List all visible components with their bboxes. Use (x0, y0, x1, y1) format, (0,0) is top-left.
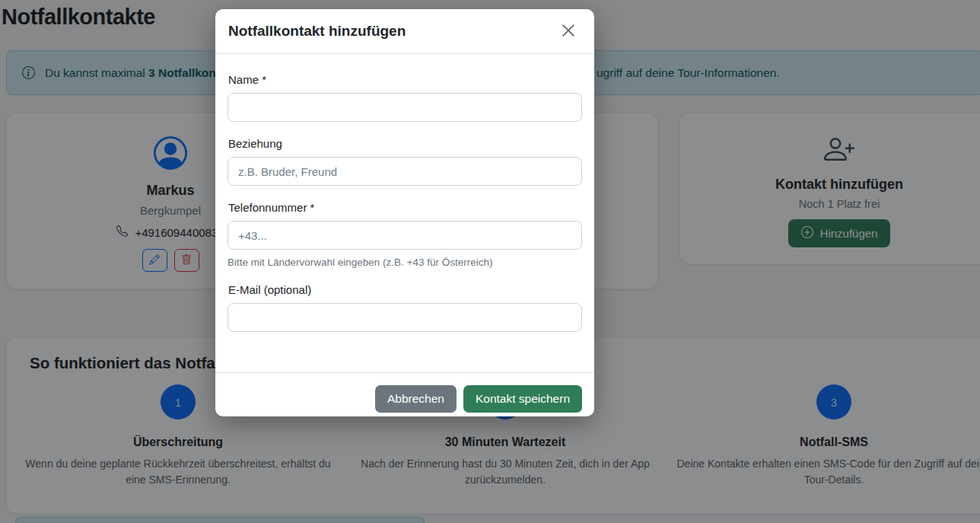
close-icon (561, 23, 576, 40)
email-input[interactable] (228, 303, 582, 332)
add-contact-modal: Notfallkontakt hinzufügen Name * Beziehu… (215, 9, 594, 416)
phone-helper-text: Bitte mit Ländervorwahl eingeben (z.B. +… (228, 257, 582, 268)
email-field-group: E-Mail (optional) (228, 283, 582, 332)
save-contact-button[interactable]: Kontakt speichern (463, 385, 582, 413)
relation-field-label: Beziehung (228, 137, 582, 150)
modal-title: Notfallkontakt hinzufügen (228, 23, 406, 40)
phone-field-group: Telefonnummer * Bitte mit Ländervorwahl … (228, 201, 582, 268)
modal-footer: Abbrechen Kontakt speichern (215, 372, 594, 416)
relation-field-group: Beziehung (228, 137, 582, 186)
email-field-label: E-Mail (optional) (228, 283, 582, 296)
page: Notfallkontakte Du kannst maximal 3 Notf… (0, 0, 980, 523)
phone-field-label: Telefonnummer * (228, 201, 582, 214)
phone-input[interactable] (228, 221, 582, 250)
relation-input[interactable] (228, 157, 582, 186)
modal-close-button[interactable] (559, 21, 578, 42)
modal-header: Notfallkontakt hinzufügen (215, 9, 594, 54)
name-field-group: Name * (228, 73, 582, 122)
cancel-button[interactable]: Abbrechen (375, 385, 457, 413)
name-input[interactable] (228, 93, 582, 122)
modal-body: Name * Beziehung Telefonnummer * Bitte m… (215, 54, 594, 332)
name-field-label: Name * (228, 73, 582, 86)
